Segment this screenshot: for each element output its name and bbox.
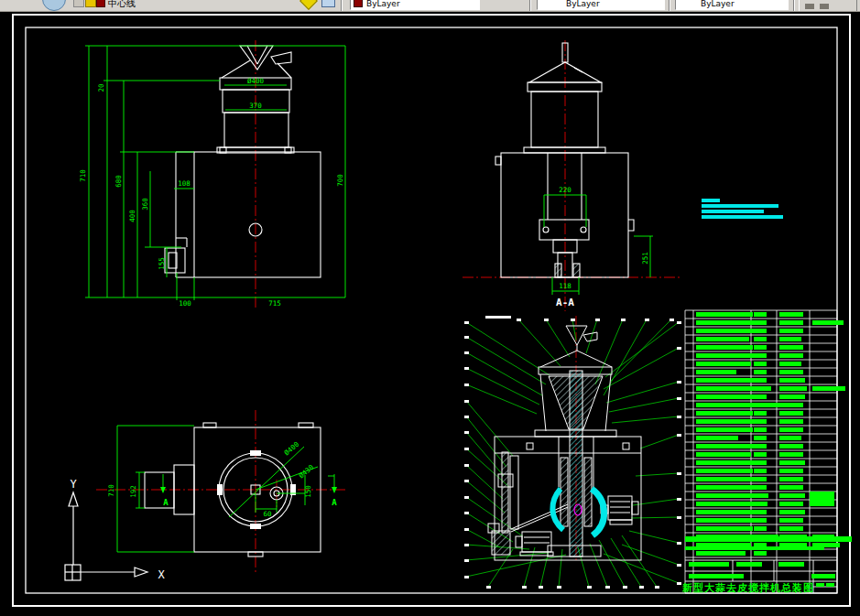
svg-text:680: 680 — [114, 175, 123, 188]
svg-text:108: 108 — [178, 179, 191, 188]
svg-text:400: 400 — [128, 210, 136, 222]
side-view: 220 251 118 A-A — [463, 40, 682, 311]
tech-notes — [702, 199, 783, 219]
svg-text:360: 360 — [141, 198, 149, 211]
svg-text:A: A — [163, 498, 169, 507]
duct-right — [592, 489, 604, 535]
svg-text:251: 251 — [641, 252, 649, 265]
drawing-title: 新型大蒜去皮搅拌机总装图 — [681, 582, 814, 594]
svg-text:155: 155 — [158, 257, 166, 270]
svg-text:A: A — [332, 498, 337, 507]
bom-table — [685, 310, 852, 593]
dimension-lines — [85, 46, 345, 300]
svg-text:150: 150 — [304, 485, 312, 498]
application-window: 中心线 ByLayer ByLayer ByLayer — [0, 0, 860, 616]
top-view: 710 192 Ø400 Ø430 150 60 A A Y X — [65, 410, 346, 581]
title-block: 新型大蒜去皮搅拌机总装图 — [681, 582, 814, 594]
svg-text:192: 192 — [129, 485, 137, 498]
svg-text:Ø400: Ø400 — [247, 77, 265, 85]
svg-text:100: 100 — [179, 299, 191, 308]
section-view — [464, 316, 681, 589]
svg-text:220: 220 — [559, 186, 572, 194]
svg-text:X: X — [158, 568, 165, 581]
svg-text:Ø430: Ø430 — [298, 463, 316, 481]
drawing-canvas[interactable]: 710 20 680 400 360 155 108 700 Ø400 370 … — [0, 0, 860, 616]
svg-text:700: 700 — [336, 174, 344, 187]
dimension-text: 710 20 680 400 360 155 108 700 Ø400 370 … — [79, 77, 344, 308]
svg-text:20: 20 — [97, 83, 105, 92]
svg-text:710: 710 — [79, 169, 87, 182]
svg-text:118: 118 — [559, 282, 572, 290]
svg-text:710: 710 — [107, 484, 115, 497]
svg-text:60: 60 — [263, 510, 272, 518]
section-label: A-A — [556, 297, 574, 308]
svg-text:370: 370 — [249, 102, 262, 110]
svg-text:Ø400: Ø400 — [283, 440, 301, 458]
svg-text:Y: Y — [70, 478, 77, 491]
svg-text:715: 715 — [268, 299, 281, 308]
front-view: 710 20 680 400 360 155 108 700 Ø400 370 … — [79, 40, 345, 309]
